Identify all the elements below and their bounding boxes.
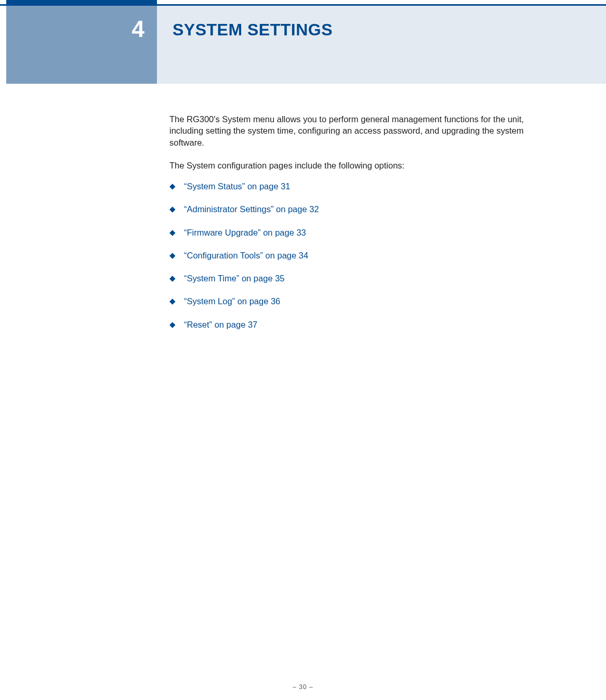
page-number: – 30 – — [293, 683, 313, 691]
diamond-bullet-icon: ◆ — [169, 295, 176, 306]
diamond-bullet-icon: ◆ — [169, 180, 176, 191]
list-item: ◆ “Reset” on page 37 — [169, 319, 538, 330]
list-item: ◆ “Administrator Settings” on page 32 — [169, 203, 538, 215]
bullet-link[interactable]: “System Status” on page 31 — [184, 180, 291, 192]
diamond-bullet-icon: ◆ — [169, 203, 176, 214]
bullet-link[interactable]: “Administrator Settings” on page 32 — [184, 203, 319, 215]
list-item: ◆ “System Status” on page 31 — [169, 180, 538, 192]
list-item: ◆ “Configuration Tools” on page 34 — [169, 250, 538, 261]
lead-paragraph: The System configuration pages include t… — [169, 160, 538, 171]
list-item: ◆ “Firmware Upgrade” on page 33 — [169, 227, 538, 238]
bullet-link[interactable]: “System Log” on page 36 — [184, 295, 280, 307]
chapter-number: 4 — [132, 16, 144, 42]
chapter-number-block: 4 — [6, 6, 157, 84]
bullet-link[interactable]: “Configuration Tools” on page 34 — [184, 250, 308, 261]
diamond-bullet-icon: ◆ — [169, 250, 176, 261]
diamond-bullet-icon: ◆ — [169, 319, 176, 330]
diamond-bullet-icon: ◆ — [169, 273, 176, 283]
diamond-bullet-icon: ◆ — [169, 227, 176, 238]
chapter-title: SYSTEM SETTINGS — [173, 20, 333, 40]
bullet-link[interactable]: “System Time” on page 35 — [184, 273, 285, 284]
chapter-title-block: SYSTEM SETTINGS — [157, 6, 606, 84]
bullet-list: ◆ “System Status” on page 31 ◆ “Administ… — [169, 180, 538, 330]
intro-paragraph: The RG300's System menu allows you to pe… — [169, 113, 538, 148]
bullet-link[interactable]: “Reset” on page 37 — [184, 319, 257, 330]
page-content: The RG300's System menu allows you to pe… — [169, 113, 538, 342]
page-footer: – 30 – — [0, 683, 606, 691]
bullet-link[interactable]: “Firmware Upgrade” on page 33 — [184, 227, 306, 238]
list-item: ◆ “System Time” on page 35 — [169, 273, 538, 284]
list-item: ◆ “System Log” on page 36 — [169, 295, 538, 307]
